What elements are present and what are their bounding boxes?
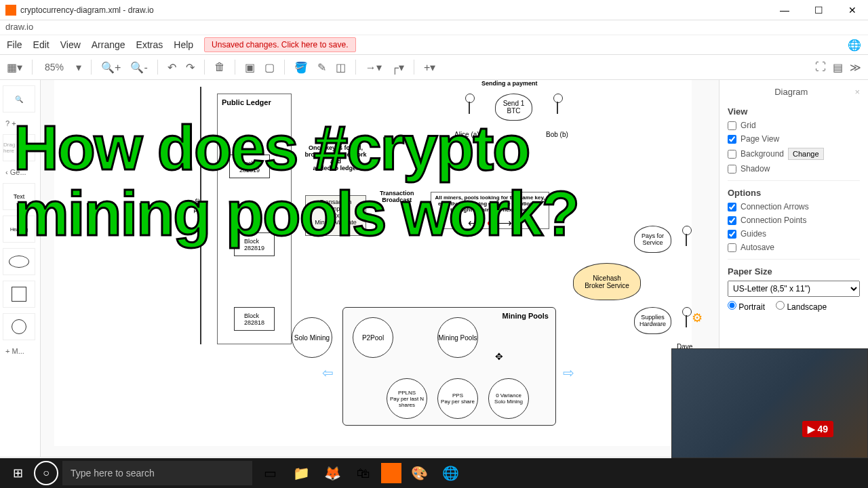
pplns-circle[interactable]: PPLNS Pay per last N shares: [387, 378, 427, 419]
shape-square[interactable]: [3, 281, 35, 308]
taskbar-search[interactable]: Type here to search: [62, 461, 252, 485]
app-name-row: draw.io: [0, 20, 868, 35]
to-front-icon[interactable]: ▣: [245, 61, 255, 74]
add-icon[interactable]: +▾: [424, 61, 435, 74]
supplies-hw-cloud[interactable]: Supplies Hardware: [634, 307, 671, 334]
paper-size-select[interactable]: US-Letter (8,5" x 11"): [728, 281, 860, 297]
close-button[interactable]: ✕: [842, 5, 863, 16]
waypoint-icon[interactable]: ┌▾: [391, 61, 404, 74]
p2pool-circle[interactable]: P2Pool: [353, 317, 393, 358]
minimize-button[interactable]: —: [774, 5, 795, 16]
format-panel-icon[interactable]: ▤: [833, 61, 843, 74]
bob-actor[interactable]: [549, 94, 566, 121]
portrait-radio[interactable]: [728, 301, 736, 310]
shape-text[interactable]: Text: [3, 183, 35, 210]
nicehash-cloud[interactable]: Nicehash Broker Service: [573, 263, 641, 300]
background-checkbox[interactable]: [728, 150, 736, 159]
start-button[interactable]: ⊞: [5, 461, 30, 485]
block-282819-a[interactable]: Block 282819: [229, 155, 270, 178]
send-btc-cloud[interactable]: Send 1 BTC: [495, 94, 532, 121]
language-icon[interactable]: 🌐: [848, 39, 861, 52]
zero-variance-circle[interactable]: 0 Variance Solo Mining: [488, 378, 529, 419]
maximize-button[interactable]: ☐: [808, 5, 829, 16]
search-shapes[interactable]: 🔍: [3, 85, 35, 113]
mempool-box[interactable]: Transaction Mempool n Tx's Miners Valida…: [305, 195, 366, 236]
bob-label: Bob (b): [546, 131, 568, 138]
unsaved-changes-button[interactable]: Unsaved changes. Click here to save.: [204, 37, 355, 52]
zoom-in-icon[interactable]: 🔍+: [101, 61, 121, 74]
change-bg-button[interactable]: Change: [788, 148, 824, 160]
delete-icon[interactable]: 🗑: [214, 61, 225, 73]
alice-actor[interactable]: [461, 94, 477, 121]
fill-color-icon[interactable]: 🪣: [294, 61, 308, 74]
menu-arrange[interactable]: Arrange: [92, 39, 125, 50]
miners-note-box[interactable]: All miners, pools looking for the same k…: [431, 192, 549, 229]
menu-file[interactable]: File: [7, 39, 22, 50]
conn-points-checkbox[interactable]: [728, 216, 736, 225]
menu-help[interactable]: Help: [174, 39, 193, 50]
toolbar: ▦▾ 85% ▾ 🔍+ 🔍- ↶ ↷ 🗑 ▣ ▢ 🪣 ✎ ◫ →▾ ┌▾ +▾ …: [0, 54, 868, 80]
line-color-icon[interactable]: ✎: [317, 61, 326, 74]
collapse-icon[interactable]: ≫: [850, 61, 861, 74]
zoom-out-icon[interactable]: 🔍-: [130, 61, 147, 74]
windows-taskbar: ⊞ ○ Type here to search ▭ 📁 🦊 🛍 🎨 🌐: [0, 458, 868, 488]
firefox-icon[interactable]: 🦊: [319, 460, 346, 487]
app-name: draw.io: [5, 22, 33, 32]
file-explorer-icon[interactable]: 📁: [288, 460, 315, 487]
panel-close-icon[interactable]: ×: [854, 87, 860, 97]
solo-mining-circle[interactable]: Solo Mining: [292, 317, 332, 358]
menu-bar: File Edit View Arrange Extras Help Unsav…: [0, 35, 868, 54]
selection-arrow-right[interactable]: ⇨: [563, 365, 574, 381]
shadow-checkbox[interactable]: [728, 165, 736, 174]
service-client-actor[interactable]: [678, 226, 694, 253]
drawio-taskbar-icon[interactable]: [381, 463, 401, 483]
conn-arrows-checkbox[interactable]: [728, 203, 736, 211]
task-view-icon[interactable]: ▭: [256, 460, 283, 487]
chrome-icon[interactable]: 🌐: [437, 460, 464, 487]
palette-general[interactable]: ‹ Ge...: [3, 167, 37, 178]
landscape-radio[interactable]: [776, 301, 785, 310]
shape-ellipse[interactable]: [3, 248, 35, 275]
options-section: Options: [728, 188, 860, 198]
grid-checkbox[interactable]: [728, 121, 736, 130]
shape-palette: 🔍 ? + Drag el... here ‹ Ge... Text Headi…: [0, 80, 41, 457]
connection-icon[interactable]: →▾: [366, 61, 382, 74]
fullscreen-icon[interactable]: ⛶: [815, 61, 826, 74]
to-back-icon[interactable]: ▢: [264, 61, 275, 74]
zoom-level[interactable]: 85%: [42, 62, 66, 73]
redo-icon[interactable]: ↷: [186, 61, 195, 74]
gear-icon: ⚙: [692, 310, 703, 325]
shape-heading[interactable]: Heading: [3, 216, 35, 243]
selection-arrow-left[interactable]: ⇦: [322, 365, 334, 381]
shape-circle[interactable]: [3, 313, 35, 340]
menu-view[interactable]: View: [60, 39, 81, 50]
pays-service-cloud[interactable]: Pays for Service: [634, 226, 671, 253]
undo-icon[interactable]: ↶: [167, 61, 176, 74]
window-titlebar: cryptocurrency-diagram.xml - draw.io — ☐…: [0, 0, 868, 20]
toggle-sidebar-icon[interactable]: ▦▾: [7, 61, 22, 74]
canvas-area[interactable]: Public Ledger Time Block 282819 Block 28…: [41, 80, 719, 457]
diagram-canvas[interactable]: Public Ledger Time Block 282819 Block 28…: [54, 80, 692, 446]
sending-payment-label: Sending a payment: [481, 80, 538, 87]
app-icon: [5, 5, 16, 16]
palette-add[interactable]: ? +: [3, 118, 37, 129]
panel-title: Diagram ×: [728, 87, 860, 97]
pageview-checkbox[interactable]: [728, 135, 736, 144]
guides-checkbox[interactable]: [728, 230, 736, 239]
autosave-checkbox[interactable]: [728, 243, 736, 252]
broadcast-note: Once key is found, broadcast to network …: [302, 144, 370, 171]
app-icon-2[interactable]: 🎨: [406, 460, 433, 487]
block-282818[interactable]: Block 282818: [234, 307, 275, 331]
time-axis: [200, 87, 201, 344]
pps-circle[interactable]: PPS Pay per share: [437, 378, 478, 419]
store-icon[interactable]: 🛍: [350, 460, 377, 487]
menu-extras[interactable]: Extras: [136, 39, 163, 50]
zoom-dropdown-icon[interactable]: ▾: [76, 61, 81, 74]
menu-edit[interactable]: Edit: [33, 39, 50, 50]
view-section: View: [728, 106, 860, 117]
block-282819-b[interactable]: Block 282819: [234, 232, 275, 256]
cortana-icon[interactable]: ○: [34, 461, 58, 485]
mining-pools-circle[interactable]: Mining Pools: [437, 317, 478, 358]
more-shapes[interactable]: + M...: [3, 346, 37, 357]
shadow-icon[interactable]: ◫: [336, 61, 346, 74]
